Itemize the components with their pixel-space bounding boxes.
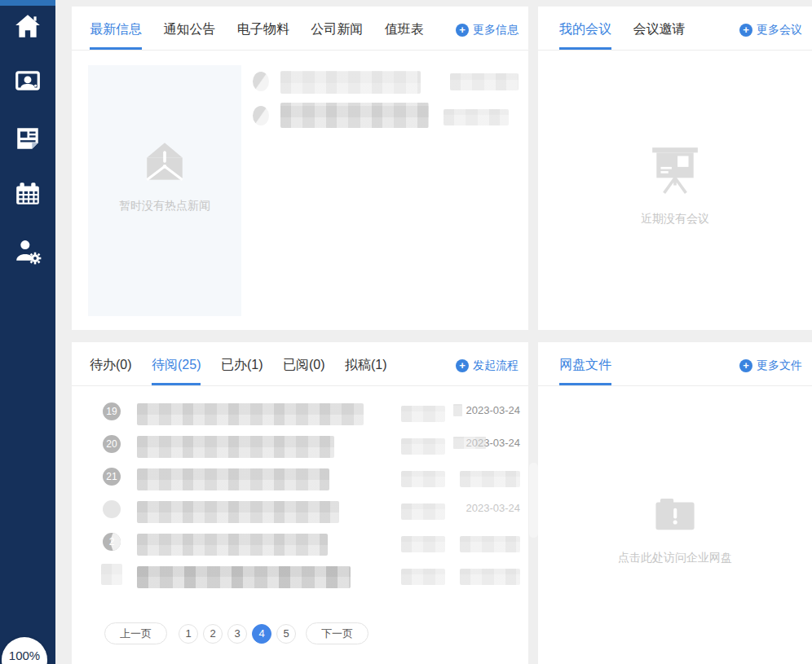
- tasks-panel-tabbar: 待办(0) 待阅(25) 已办(1) 已阅(0) 拟稿(1) 发起流程: [72, 342, 528, 386]
- folder-alert-icon: [651, 495, 699, 534]
- zoom-level-badge[interactable]: 100%: [2, 637, 47, 664]
- meetings-empty-state: 近期没有会议: [538, 145, 812, 226]
- calendar-icon[interactable]: [14, 180, 42, 208]
- unread-count-badge: 19: [103, 402, 121, 420]
- task-list-item[interactable]: [72, 562, 528, 595]
- more-info-label: 更多信息: [473, 23, 519, 37]
- tasks-panel: 待办(0) 待阅(25) 已办(1) 已阅(0) 拟稿(1) 发起流程 19 2…: [72, 342, 528, 664]
- unread-count-badge: 20: [103, 435, 121, 453]
- page-button-5[interactable]: 5: [276, 624, 296, 644]
- tab-e-materials[interactable]: 电子物料: [237, 7, 289, 50]
- tab-drafts[interactable]: 拟稿(1): [345, 342, 387, 385]
- task-list-item[interactable]: 21: [72, 464, 528, 497]
- tab-read[interactable]: 已阅(0): [283, 342, 325, 385]
- sidebar: 100%: [0, 0, 55, 664]
- home-icon[interactable]: [14, 12, 42, 40]
- start-process-label: 发起流程: [473, 358, 519, 373]
- tab-todo[interactable]: 待办(0): [90, 342, 132, 385]
- user-settings-icon[interactable]: [14, 237, 42, 265]
- video-contact-icon[interactable]: [14, 68, 42, 95]
- task-date: 2023-03-24: [453, 404, 520, 416]
- task-list-item[interactable]: 20 2023-03-24: [72, 432, 528, 464]
- hot-news-empty-text: 暂时没有热点新闻: [88, 199, 241, 213]
- tab-notices[interactable]: 通知公告: [163, 7, 215, 50]
- more-meetings-link[interactable]: 更多会议: [739, 23, 802, 37]
- more-files-link[interactable]: 更多文件: [739, 358, 802, 373]
- tab-meeting-invites[interactable]: 会议邀请: [633, 7, 685, 50]
- plus-icon: [456, 24, 469, 37]
- files-panel-tabbar: 网盘文件 更多文件: [538, 342, 812, 386]
- latest-info-panel: 最新信息 通知公告 电子物料 公司新闻 值班表 更多信息 暂时没有热点新闻: [72, 7, 528, 330]
- tab-to-read[interactable]: 待阅(25): [152, 342, 201, 385]
- meetings-empty-text: 近期没有会议: [538, 212, 812, 226]
- pagination: 上一页 1 2 3 4 5 下一页: [104, 622, 368, 644]
- task-list-item[interactable]: 2: [72, 530, 528, 562]
- envelope-alert-icon: [141, 140, 188, 182]
- task-list-item[interactable]: 2023-03-24: [72, 497, 528, 530]
- netdisk-files-panel: 网盘文件 更多文件 点击此处访问企业网盘: [538, 342, 812, 664]
- news-icon[interactable]: [14, 125, 42, 152]
- task-list-item[interactable]: 19 2023-03-24: [72, 399, 528, 432]
- meetings-panel: 我的会议 会议邀请 更多会议 近期没有会议: [538, 7, 812, 330]
- tab-company-news[interactable]: 公司新闻: [311, 7, 363, 50]
- next-page-button[interactable]: 下一页: [306, 622, 368, 644]
- tab-my-meetings[interactable]: 我的会议: [559, 7, 611, 50]
- task-date: 2023-03-24: [453, 437, 520, 449]
- start-process-link[interactable]: 发起流程: [456, 358, 519, 373]
- news-list-item[interactable]: [72, 103, 528, 130]
- presentation-board-icon: [648, 145, 702, 196]
- news-item-badge: [253, 106, 269, 125]
- page-button-4-active[interactable]: 4: [252, 624, 271, 644]
- plus-icon: [739, 359, 752, 372]
- page-button-1[interactable]: 1: [179, 624, 198, 644]
- plus-icon: [456, 359, 469, 372]
- task-date: 2023-03-24: [453, 502, 520, 514]
- more-files-label: 更多文件: [757, 358, 802, 373]
- netdisk-empty-state[interactable]: 点击此处访问企业网盘: [538, 495, 812, 565]
- tab-netdisk-files[interactable]: 网盘文件: [559, 342, 611, 385]
- more-meetings-label: 更多会议: [757, 23, 802, 37]
- page-button-3[interactable]: 3: [227, 624, 247, 644]
- scrollbar-thumb[interactable]: [529, 463, 538, 538]
- plus-icon: [739, 24, 752, 37]
- sidebar-top-strip: [0, 0, 55, 6]
- page-button-2[interactable]: 2: [203, 624, 223, 644]
- more-info-link[interactable]: 更多信息: [456, 23, 519, 37]
- unread-count-badge: 21: [103, 468, 121, 486]
- tab-done[interactable]: 已办(1): [221, 342, 263, 385]
- unread-count-badge: [103, 500, 121, 518]
- unread-count-badge: [101, 564, 122, 585]
- tab-duty-schedule[interactable]: 值班表: [385, 7, 424, 50]
- news-item-badge: [253, 72, 269, 91]
- news-panel-tabbar: 最新信息 通知公告 电子物料 公司新闻 值班表 更多信息: [72, 7, 528, 51]
- netdisk-empty-text: 点击此处访问企业网盘: [538, 551, 812, 565]
- prev-page-button[interactable]: 上一页: [104, 622, 167, 644]
- tab-latest-info[interactable]: 最新信息: [90, 7, 142, 50]
- meetings-panel-tabbar: 我的会议 会议邀请 更多会议: [538, 7, 812, 51]
- news-list-item[interactable]: [72, 70, 528, 98]
- unread-count-badge: 2: [103, 533, 121, 551]
